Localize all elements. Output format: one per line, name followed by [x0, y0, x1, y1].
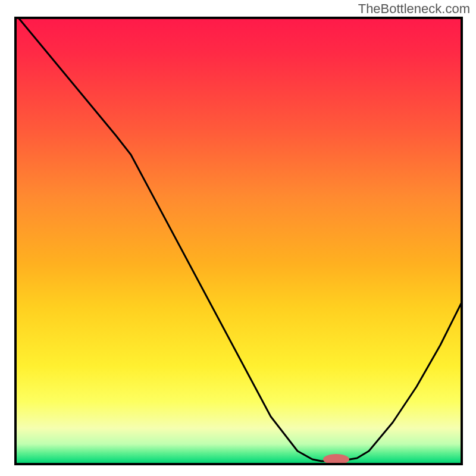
- chart-svg: [0, 0, 476, 476]
- chart-container: { "watermark": "TheBottleneck.com", "cha…: [0, 0, 476, 476]
- watermark-text: TheBottleneck.com: [358, 1, 470, 17]
- plot-background: [15, 18, 462, 464]
